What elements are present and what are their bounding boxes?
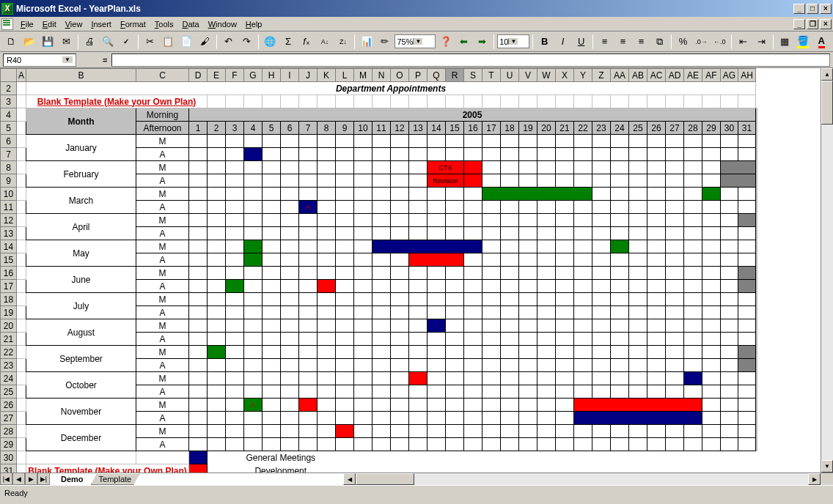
day-cell[interactable] [318, 227, 336, 240]
day-cell[interactable] [537, 174, 556, 188]
day-cell[interactable] [556, 201, 574, 214]
day-cell[interactable] [208, 240, 226, 253]
menu-view[interactable]: View [61, 18, 87, 30]
day-cell[interactable] [189, 174, 208, 188]
day-cell[interactable] [208, 201, 226, 214]
day-cell[interactable] [299, 280, 318, 293]
day-cell[interactable] [501, 201, 519, 214]
day-cell[interactable] [574, 425, 592, 438]
day-cell[interactable] [647, 227, 666, 240]
day-cell[interactable] [684, 425, 702, 438]
hscroll-thumb[interactable] [356, 473, 414, 485]
day-cell[interactable] [281, 135, 299, 148]
day-cell[interactable] [446, 280, 464, 293]
day-cell[interactable] [556, 267, 574, 280]
cut-icon[interactable]: ✂ [142, 34, 158, 50]
day-cell[interactable] [299, 385, 318, 399]
day-cell[interactable] [702, 267, 721, 280]
vertical-scrollbar[interactable]: ▲ ▼ [821, 68, 833, 472]
day-cell[interactable] [189, 372, 208, 385]
day-cell[interactable] [702, 399, 721, 412]
day-cell[interactable] [482, 399, 501, 412]
day-cell[interactable] [482, 412, 501, 425]
fill-color-icon[interactable]: 🪣 [795, 34, 812, 50]
day-cell[interactable] [592, 293, 611, 306]
day-cell[interactable] [537, 372, 556, 385]
day-cell[interactable] [409, 174, 427, 188]
day-cell[interactable] [574, 372, 592, 385]
appointment-cell[interactable] [482, 188, 592, 201]
day-cell[interactable] [354, 253, 373, 267]
day-cell[interactable] [556, 253, 574, 267]
day-cell[interactable] [409, 346, 427, 359]
merge-center-icon[interactable]: ⧉ [651, 34, 668, 50]
day-cell[interactable] [427, 333, 446, 346]
day-cell[interactable] [519, 253, 537, 267]
drawing-icon[interactable]: ✏ [376, 34, 393, 50]
day-cell[interactable] [263, 148, 281, 161]
day-cell[interactable] [519, 319, 537, 333]
day-cell[interactable] [556, 359, 574, 372]
appointment-cell[interactable] [738, 280, 756, 293]
day-cell[interactable] [519, 161, 537, 174]
day-cell[interactable] [482, 346, 501, 359]
day-cell[interactable] [519, 240, 537, 253]
day-cell[interactable] [226, 214, 244, 227]
row-header-21[interactable]: 21 [1, 333, 17, 346]
day-cell[interactable] [299, 319, 318, 333]
day-cell[interactable] [391, 201, 409, 214]
day-cell[interactable] [647, 333, 666, 346]
day-cell[interactable] [519, 267, 537, 280]
day-cell[interactable] [373, 280, 391, 293]
day-cell[interactable] [281, 399, 299, 412]
day-cell[interactable] [666, 333, 684, 346]
day-cell[interactable] [244, 425, 263, 438]
day-cell[interactable] [409, 280, 427, 293]
day-cell[interactable] [501, 174, 519, 188]
day-cell[interactable] [556, 280, 574, 293]
day-cell[interactable] [208, 214, 226, 227]
day-cell[interactable] [409, 201, 427, 214]
appointment-cell[interactable] [318, 280, 336, 293]
day-cell[interactable] [336, 201, 354, 214]
day-cell[interactable] [537, 385, 556, 399]
day-cell[interactable] [409, 227, 427, 240]
spreadsheet-grid[interactable]: ABCDEFGHIJKLMNOPQRSTUVWXYZAAABACADAEAFAG… [0, 68, 757, 472]
day-cell[interactable] [647, 240, 666, 253]
day-cell[interactable] [354, 319, 373, 333]
appointment-cell[interactable] [244, 240, 263, 253]
day-cell[interactable] [482, 267, 501, 280]
row-header-30[interactable]: 30 [1, 451, 17, 464]
col-header-Y[interactable]: Y [574, 69, 592, 82]
day-cell[interactable] [446, 438, 464, 451]
day-cell[interactable] [281, 319, 299, 333]
appointment-cell[interactable] [427, 319, 446, 333]
day-cell[interactable] [574, 201, 592, 214]
day-cell[interactable] [208, 333, 226, 346]
appointment-cell[interactable] [702, 188, 721, 201]
appointment-cell[interactable] [684, 372, 702, 385]
day-cell[interactable] [189, 240, 208, 253]
day-cell[interactable] [738, 188, 756, 201]
day-cell[interactable] [592, 372, 611, 385]
day-cell[interactable] [373, 412, 391, 425]
day-cell[interactable] [263, 425, 281, 438]
day-cell[interactable] [684, 148, 702, 161]
day-cell[interactable] [373, 267, 391, 280]
day-cell[interactable] [537, 240, 556, 253]
day-cell[interactable] [666, 161, 684, 174]
day-cell[interactable] [281, 201, 299, 214]
row-header-23[interactable]: 23 [1, 359, 17, 372]
day-cell[interactable] [537, 227, 556, 240]
day-cell[interactable] [373, 372, 391, 385]
day-cell[interactable] [263, 280, 281, 293]
day-cell[interactable] [391, 214, 409, 227]
day-cell[interactable] [373, 319, 391, 333]
day-cell[interactable] [666, 240, 684, 253]
day-cell[interactable] [391, 399, 409, 412]
day-cell[interactable] [556, 346, 574, 359]
day-cell[interactable] [684, 188, 702, 201]
font-size-combo[interactable]: 10▼ [497, 34, 529, 48]
day-cell[interactable] [464, 359, 482, 372]
day-cell[interactable] [299, 359, 318, 372]
